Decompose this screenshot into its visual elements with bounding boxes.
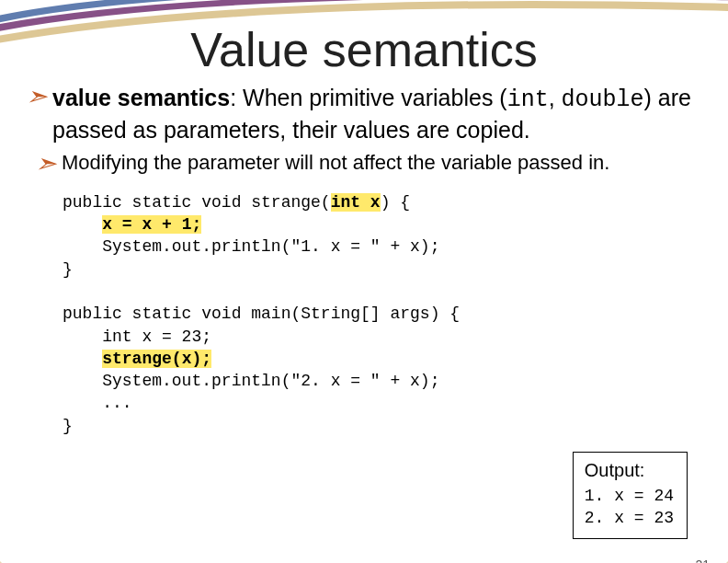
output-box: Output: 1. x = 24 2. x = 23 [573, 452, 688, 539]
slide-title: Value semantics [0, 22, 728, 77]
bullet-1-text: value semantics: When primitive variable… [52, 83, 702, 144]
bullet-icon: ➣ [35, 150, 56, 178]
term: value semantics [52, 85, 230, 110]
highlight: x = x + 1; [102, 215, 201, 234]
slide-body: ➣ value semantics: When primitive variab… [26, 83, 702, 437]
output-label: Output: [585, 458, 674, 482]
slide: Value semantics ➣ value semantics: When … [0, 22, 728, 563]
bullet-2: ➣ Modifying the parameter will not affec… [35, 150, 702, 178]
output-values: 1. x = 24 2. x = 23 [585, 486, 674, 529]
highlight: int x [331, 193, 381, 212]
code-block: public static void strange(int x) { x = … [63, 191, 702, 437]
highlight: strange(x); [102, 350, 211, 368]
bullet-2-text: Modifying the parameter will not affect … [62, 150, 609, 176]
bullet-icon: ➣ [26, 83, 47, 111]
bullet-1: ➣ value semantics: When primitive variab… [26, 83, 702, 144]
